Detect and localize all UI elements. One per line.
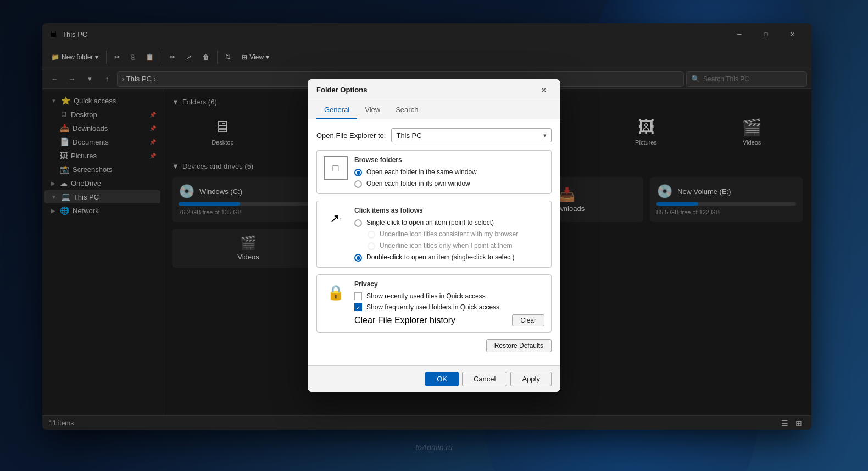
checkbox-recent-files[interactable]: Show recently used files in Quick access: [354, 292, 544, 300]
checkbox-frequent-folders-box[interactable]: [354, 303, 362, 311]
folder-options-dialog: Folder Options ✕ General View Search Ope…: [308, 79, 560, 392]
radio-single-click[interactable]: Single-click to open an item (point to s…: [354, 219, 544, 227]
radio-own-window[interactable]: Open each folder in its own window: [354, 180, 544, 188]
checkbox-recent-files-label: Show recently used files in Quick access: [366, 292, 486, 300]
radio-double-click[interactable]: Double-click to open an item (single-cli…: [354, 253, 544, 262]
dialog-body: Open File Explorer to: This PC ▾ □ Brows…: [308, 119, 560, 365]
tab-general[interactable]: General: [316, 101, 357, 119]
radio-underline-browser-label: Underline icon titles consistent with my…: [380, 230, 518, 238]
radio-underline-hover[interactable]: Underline icon titles only when I point …: [368, 242, 544, 250]
radio-own-window-btn[interactable]: [354, 180, 362, 188]
browse-folders-options: Open each folder in the same window Open…: [354, 168, 544, 188]
privacy-clear-row: Clear File Explorer history Clear: [354, 314, 544, 326]
open-explorer-value: This PC: [396, 131, 421, 140]
radio-double-click-btn[interactable]: [354, 254, 362, 262]
select-arrow-icon: ▾: [543, 132, 547, 139]
checkbox-frequent-folders[interactable]: Show frequently used folders in Quick ac…: [354, 303, 544, 311]
browse-folders-title: Browse folders: [354, 156, 544, 164]
radio-single-click-btn[interactable]: [354, 219, 362, 227]
dialog-tabs: General View Search: [308, 101, 560, 119]
click-items-options: Single-click to open an item (point to s…: [354, 219, 544, 262]
checkbox-frequent-folders-label: Show frequently used folders in Quick ac…: [366, 303, 499, 311]
dialog-overlay: Folder Options ✕ General View Search Ope…: [0, 0, 868, 471]
radio-underline-hover-label: Underline icon titles only when I point …: [380, 242, 512, 250]
tab-view[interactable]: View: [357, 101, 388, 119]
privacy-icon: 🔒: [324, 280, 348, 304]
privacy-title: Privacy: [354, 280, 544, 288]
click-items-section: ↗↑ Click items as follows Single-click t…: [316, 201, 552, 268]
radio-underline-browser[interactable]: Underline icon titles consistent with my…: [368, 230, 544, 239]
radio-underline-browser-btn[interactable]: [368, 231, 375, 239]
apply-button[interactable]: Apply: [510, 372, 552, 386]
dialog-titlebar: Folder Options ✕: [308, 79, 560, 101]
radio-single-click-label: Single-click to open an item (point to s…: [366, 219, 494, 226]
open-explorer-label: Open File Explorer to:: [316, 131, 386, 140]
clear-button[interactable]: Clear: [512, 314, 544, 326]
tab-search[interactable]: Search: [388, 101, 426, 119]
restore-defaults-button[interactable]: Restore Defaults: [486, 339, 552, 352]
browse-folders-icon: □: [324, 156, 348, 180]
open-explorer-select[interactable]: This PC ▾: [391, 128, 552, 142]
radio-underline-hover-btn[interactable]: [368, 242, 375, 250]
dialog-close-button[interactable]: ✕: [536, 82, 552, 98]
restore-defaults-row: Restore Defaults: [316, 339, 552, 352]
clear-history-label: Clear File Explorer history: [354, 315, 455, 325]
open-explorer-row: Open File Explorer to: This PC ▾: [316, 128, 552, 142]
ok-button[interactable]: OK: [425, 372, 459, 386]
click-items-icon: ↗↑: [324, 207, 348, 231]
radio-own-window-label: Open each folder in its own window: [366, 180, 470, 187]
radio-same-window-label: Open each folder in the same window: [366, 168, 477, 176]
radio-same-window-btn[interactable]: [354, 169, 362, 176]
click-items-title: Click items as follows: [354, 207, 544, 214]
radio-double-click-label: Double-click to open an item (single-cli…: [366, 253, 514, 261]
radio-same-window[interactable]: Open each folder in the same window: [354, 168, 544, 176]
dialog-title: Folder Options: [316, 86, 536, 94]
browse-folders-section: □ Browse folders Open each folder in the…: [316, 150, 552, 194]
cancel-button[interactable]: Cancel: [462, 372, 507, 386]
dialog-footer: OK Cancel Apply: [308, 365, 560, 392]
privacy-section: 🔒 Privacy Show recently used files in Qu…: [316, 274, 552, 333]
checkbox-recent-files-box[interactable]: [354, 292, 362, 300]
